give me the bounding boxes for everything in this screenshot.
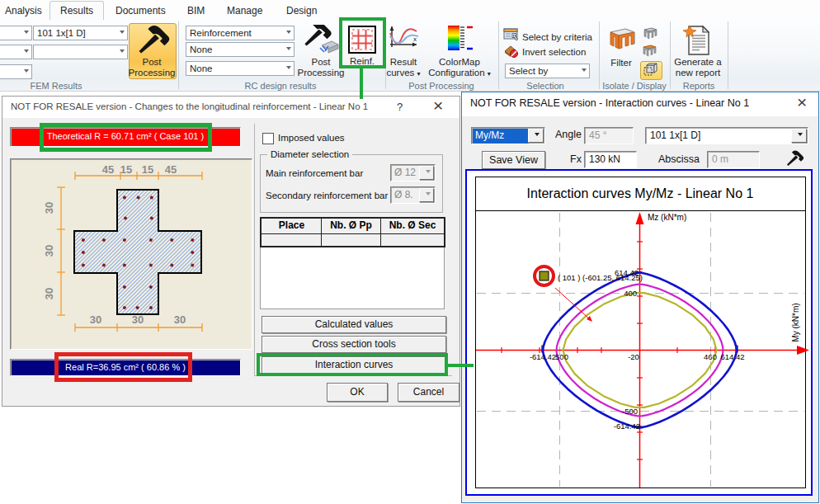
svg-text:x: x xyxy=(413,35,417,43)
svg-text:460: 460 xyxy=(704,352,717,361)
svg-text:30: 30 xyxy=(90,313,101,326)
svg-text:500: 500 xyxy=(555,352,568,361)
svg-text:15: 15 xyxy=(142,163,153,176)
svg-text:400: 400 xyxy=(624,289,637,298)
svg-text:( 101 ) (-601.25, 614.25): ( 101 ) (-601.25, 614.25) xyxy=(558,273,643,282)
svg-text:My (kN*m): My (kN*m) xyxy=(791,303,800,341)
svg-text:30: 30 xyxy=(43,288,55,299)
svg-text:-614.42: -614.42 xyxy=(530,352,556,361)
svg-text:45: 45 xyxy=(165,163,177,176)
svg-text:Interaction curves My/Mz - Lin: Interaction curves My/Mz - Linear No 1 xyxy=(527,186,754,200)
svg-text:15: 15 xyxy=(120,163,132,176)
svg-text:30: 30 xyxy=(43,202,55,214)
svg-text:-614.42: -614.42 xyxy=(614,422,640,431)
svg-text:45: 45 xyxy=(102,163,114,176)
svg-text:-20: -20 xyxy=(628,352,639,361)
svg-text:30: 30 xyxy=(43,245,55,257)
svg-text:-500: -500 xyxy=(622,407,638,416)
svg-text:614.42: 614.42 xyxy=(720,352,744,361)
svg-text:30: 30 xyxy=(132,313,144,326)
svg-text:Mz (kN*m): Mz (kN*m) xyxy=(648,213,686,222)
svg-text:30: 30 xyxy=(174,313,186,326)
